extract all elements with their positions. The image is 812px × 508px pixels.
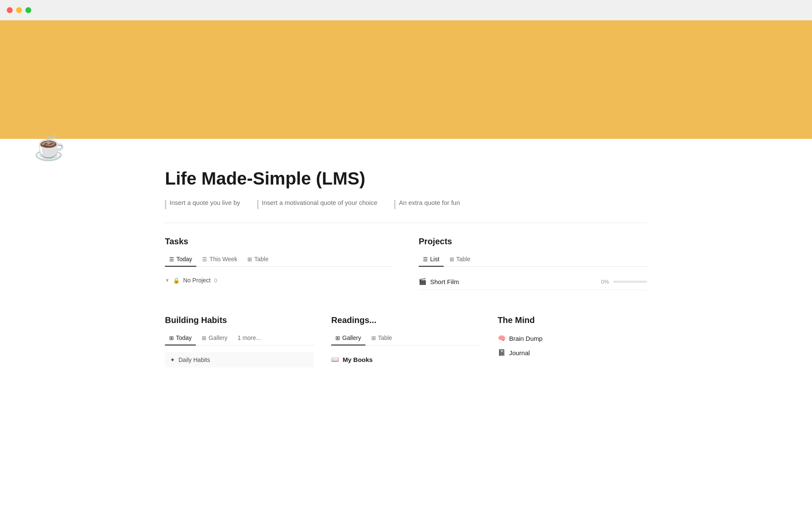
list-tab-icon: ☰ [423, 256, 428, 262]
projects-title: Projects [419, 237, 647, 246]
titlebar [0, 0, 812, 20]
quote-bar-2 [257, 200, 258, 209]
tab-list-projects[interactable]: ☰ List [419, 252, 444, 267]
progress-bar [613, 281, 647, 283]
table-tasks-tab-label: Table [254, 256, 268, 262]
table-projects-tab-label: Table [456, 256, 470, 262]
project-name: Short Film [430, 278, 459, 285]
tasks-tabs: ☰ Today ☰ This Week ⊞ Table [165, 252, 393, 267]
quote-1-text: Insert a quote you live by [170, 199, 240, 206]
no-project-count: 0 [214, 277, 217, 284]
building-habits-section: Building Habits ⊞ Today ⊞ Gallery 1 more… [165, 315, 314, 367]
quote-3-text: An extra quote for fun [399, 199, 460, 206]
tab-table-readings[interactable]: ⊞ Table [367, 331, 396, 345]
close-button[interactable] [7, 7, 13, 13]
project-icon: 🎬 [419, 278, 427, 285]
today-habits-label: Today [176, 334, 192, 341]
table-tasks-tab-icon: ⊞ [247, 256, 252, 262]
gallery-habits-icon: ⊞ [202, 335, 206, 341]
project-short-film[interactable]: 🎬 Short Film 0% [419, 273, 647, 290]
quote-bar-3 [394, 200, 395, 209]
readings-tabs: ⊞ Gallery ⊞ Table [331, 331, 480, 345]
project-left: 🎬 Short Film [419, 278, 459, 285]
this-week-tab-icon: ☰ [202, 256, 207, 262]
my-books-label: My Books [343, 356, 373, 363]
tab-gallery-habits[interactable]: ⊞ Gallery [198, 331, 231, 345]
journal-item[interactable]: 📓 Journal [498, 345, 647, 360]
table-readings-icon: ⊞ [371, 335, 376, 341]
daily-habits-icon: ✦ [170, 356, 175, 363]
brain-dump-item[interactable]: 🧠 Brain Dump [498, 331, 647, 345]
quote-2[interactable]: Insert a motivational quote of your choi… [257, 199, 378, 209]
project-progress-label: 0% [601, 279, 609, 285]
tab-today[interactable]: ☰ Today [165, 252, 196, 267]
today-habits-icon: ⊞ [169, 335, 174, 341]
journal-label: Journal [509, 349, 530, 356]
table-readings-label: Table [378, 334, 392, 341]
section-divider [165, 223, 647, 223]
quote-3[interactable]: An extra quote for fun [394, 199, 460, 209]
gallery-readings-icon: ⊞ [335, 335, 340, 341]
hero-banner: ☕ [0, 20, 812, 139]
my-books-item[interactable]: 📖 My Books [331, 352, 480, 367]
tasks-section: Tasks ☰ Today ☰ This Week ⊞ Table ▼ 🔒 No [165, 237, 393, 290]
daily-habits-item[interactable]: ✦ Daily Habits [165, 352, 314, 367]
readings-section: Readings... ⊞ Gallery ⊞ Table 📖 My Books [331, 315, 480, 367]
gallery-habits-label: Gallery [208, 334, 227, 341]
page-title: Life Made-Simple (LMS) [165, 168, 647, 189]
today-tab-label: Today [176, 256, 192, 262]
journal-icon: 📓 [498, 349, 506, 356]
tab-gallery-readings[interactable]: ⊞ Gallery [331, 331, 365, 345]
tab-this-week[interactable]: ☰ This Week [198, 252, 241, 267]
quote-2-text: Insert a motivational quote of your choi… [262, 199, 378, 206]
no-project-label: No Project [183, 277, 211, 284]
lock-icon: 🔒 [173, 277, 180, 284]
the-mind-title: The Mind [498, 315, 647, 325]
project-right: 0% [601, 279, 647, 285]
tasks-projects-section: Tasks ☰ Today ☰ This Week ⊞ Table ▼ 🔒 No [165, 237, 647, 290]
building-habits-tabs: ⊞ Today ⊞ Gallery 1 more... [165, 331, 314, 345]
table-projects-tab-icon: ⊞ [450, 256, 454, 262]
brain-dump-icon: 🧠 [498, 334, 506, 342]
maximize-button[interactable] [25, 7, 31, 13]
tab-table-tasks[interactable]: ⊞ Table [243, 252, 272, 267]
task-group-no-project[interactable]: ▼ 🔒 No Project 0 [165, 273, 393, 287]
main-content: Life Made-Simple (LMS) Insert a quote yo… [131, 139, 681, 393]
tasks-title: Tasks [165, 237, 393, 246]
projects-section: Projects ☰ List ⊞ Table 🎬 Short Film 0% [419, 237, 647, 290]
tab-more-habits[interactable]: 1 more... [233, 331, 265, 345]
my-books-icon: 📖 [331, 356, 339, 363]
this-week-tab-label: This Week [209, 256, 237, 262]
quotes-row: Insert a quote you live by Insert a moti… [165, 199, 647, 209]
tab-today-habits[interactable]: ⊞ Today [165, 331, 196, 345]
list-tab-label: List [430, 256, 439, 262]
the-mind-section: The Mind 🧠 Brain Dump 📓 Journal [498, 315, 647, 367]
quote-1[interactable]: Insert a quote you live by [165, 199, 240, 209]
projects-tabs: ☰ List ⊞ Table [419, 252, 647, 267]
readings-title: Readings... [331, 315, 480, 325]
building-habits-title: Building Habits [165, 315, 314, 325]
daily-habits-label: Daily Habits [178, 356, 210, 363]
page-icon: ☕ [34, 135, 66, 160]
more-habits-label: 1 more... [238, 334, 261, 341]
quote-bar-1 [165, 200, 166, 209]
minimize-button[interactable] [16, 7, 22, 13]
tab-table-projects[interactable]: ⊞ Table [445, 252, 475, 267]
bottom-sections: Building Habits ⊞ Today ⊞ Gallery 1 more… [165, 315, 647, 367]
brain-dump-label: Brain Dump [509, 335, 543, 342]
chevron-icon: ▼ [165, 278, 170, 283]
today-tab-icon: ☰ [169, 256, 174, 262]
gallery-readings-label: Gallery [342, 334, 361, 341]
